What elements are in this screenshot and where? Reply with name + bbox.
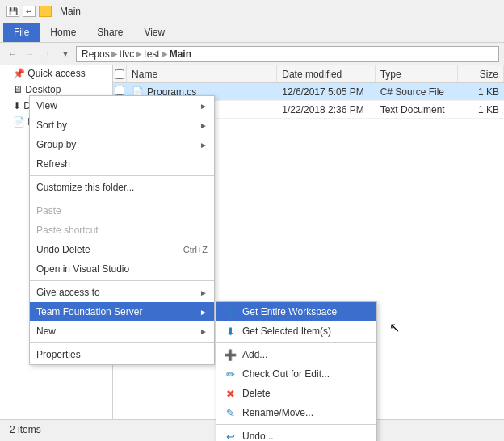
header-type[interactable]: Type: [376, 65, 459, 82]
add-icon: ➕: [223, 347, 237, 362]
submenu-arrow-sort: ►: [200, 121, 208, 130]
tab-share[interactable]: Share: [86, 23, 133, 42]
tfs-submenu: ⬇ Get Entire Workspace ⬇ Get Selected It…: [216, 301, 377, 441]
submenu-delete[interactable]: ✖ Delete: [216, 384, 376, 403]
row2-type: Text Document: [376, 104, 459, 116]
submenu-rename-move[interactable]: ✎ Rename/Move...: [216, 403, 376, 422]
row2-size: 1 KB: [459, 104, 505, 116]
header-checkbox[interactable]: [113, 65, 127, 82]
path-main: Main: [170, 48, 191, 60]
path-repos: Repos: [82, 48, 110, 60]
up-button[interactable]: ↑: [40, 47, 55, 61]
menu-group-by[interactable]: Group by ►: [30, 135, 214, 154]
menu-give-access[interactable]: Give access to ►: [30, 283, 214, 302]
menu-customize[interactable]: Customize this folder...: [30, 178, 214, 197]
submenu-undo[interactable]: ↩ Undo...: [216, 426, 376, 441]
address-path[interactable]: Repos ▶ tfvc ▶ test ▶ Main: [76, 46, 499, 62]
title-bar: 💾 ↩ Main: [0, 0, 504, 23]
window-title: Main: [60, 6, 81, 17]
menu-properties[interactable]: Properties: [30, 345, 214, 364]
submenu-arrow-tfs: ►: [200, 308, 208, 317]
row1-date: 12/6/2017 5:05 PM: [277, 86, 375, 98]
undo-tfs-icon: ↩: [223, 429, 237, 441]
submenu-get-selected[interactable]: ⬇ Get Selected Item(s): [216, 321, 376, 341]
nav-quick-access[interactable]: 📌 Quick access: [0, 65, 112, 82]
separator-3: [30, 280, 214, 281]
ribbon-tabs: File Home Share View: [0, 23, 504, 42]
rename-icon: ✎: [223, 405, 237, 420]
forward-button[interactable]: →: [23, 47, 37, 61]
undo-icon[interactable]: ↩: [23, 6, 36, 17]
path-tfvc: tfvc: [120, 48, 135, 60]
row2-date: 1/22/2018 2:36 PM: [277, 104, 375, 116]
back-button[interactable]: ←: [5, 47, 19, 61]
context-menu: View ► Sort by ► Group by ► Refresh Cust…: [29, 95, 215, 365]
submenu-check-out[interactable]: ✏ Check Out for Edit...: [216, 364, 376, 384]
submenu-add[interactable]: ➕ Add...: [216, 345, 376, 364]
header-name[interactable]: Name: [127, 65, 277, 82]
row1-type: C# Source File: [376, 86, 459, 98]
separator-4: [30, 342, 214, 343]
menu-undo-delete[interactable]: Undo Delete Ctrl+Z: [30, 240, 214, 259]
checkout-icon: ✏: [223, 367, 237, 381]
menu-tfs[interactable]: Team Foundation Server ► ⬇ Get Entire Wo…: [30, 302, 214, 321]
row1-size: 1 KB: [459, 86, 505, 98]
select-all-checkbox[interactable]: [115, 69, 124, 79]
tab-file[interactable]: File: [3, 23, 40, 42]
menu-paste-shortcut[interactable]: Paste shortcut: [30, 220, 214, 240]
status-text: 2 items: [10, 424, 41, 435]
address-bar: ← → ↑ ▼ Repos ▶ tfvc ▶ test ▶ Main: [0, 43, 504, 65]
submenu-arrow-access: ►: [200, 288, 208, 297]
menu-sort-by[interactable]: Sort by ►: [30, 116, 214, 135]
submenu-arrow-group: ►: [200, 141, 208, 149]
submenu-get-workspace[interactable]: ⬇ Get Entire Workspace: [216, 302, 376, 321]
folder-icon: [39, 6, 52, 17]
tfs-sep-1: [216, 342, 376, 343]
menu-paste[interactable]: Paste: [30, 201, 214, 220]
delete-icon: ✖: [223, 386, 237, 401]
menu-refresh[interactable]: Refresh: [30, 154, 214, 174]
get-workspace-icon: ⬇: [223, 304, 237, 319]
menu-view[interactable]: View ►: [30, 96, 214, 116]
submenu-arrow-new: ►: [200, 327, 208, 336]
tfs-sep-2: [216, 424, 376, 425]
file-list-header: Name Date modified Type Size: [113, 65, 504, 83]
recent-locations-button[interactable]: ▼: [58, 47, 73, 61]
save-icon[interactable]: 💾: [6, 6, 19, 17]
window-controls: 💾 ↩: [6, 6, 52, 17]
get-selected-icon: ⬇: [223, 324, 237, 338]
separator-2: [30, 199, 214, 200]
path-test: test: [144, 48, 159, 60]
header-date[interactable]: Date modified: [277, 65, 375, 82]
ribbon: File Home Share View: [0, 23, 504, 43]
separator-1: [30, 175, 214, 176]
header-size[interactable]: Size: [458, 65, 504, 82]
menu-open-vs[interactable]: Open in Visual Studio: [30, 259, 214, 279]
submenu-arrow-view: ►: [200, 102, 208, 111]
menu-new[interactable]: New ►: [30, 321, 214, 341]
tab-view[interactable]: View: [133, 23, 175, 42]
tab-home[interactable]: Home: [40, 23, 86, 42]
